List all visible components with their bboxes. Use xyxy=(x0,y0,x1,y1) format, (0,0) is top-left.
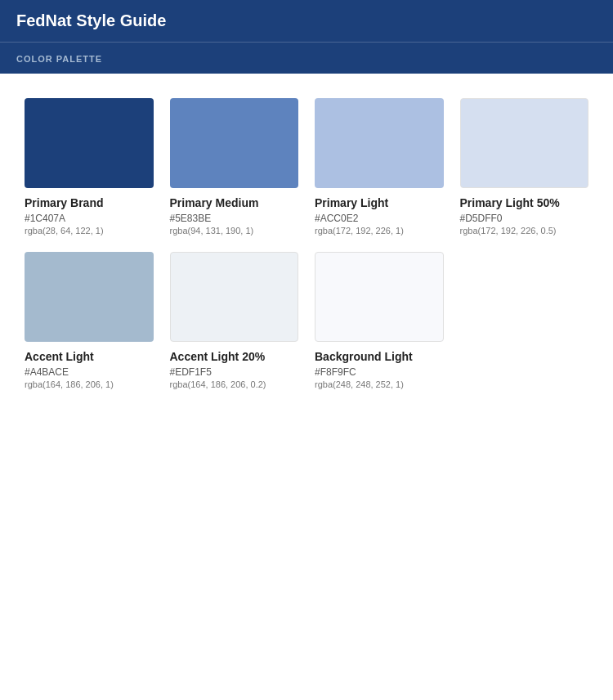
color-card: Accent Light#A4BACErgba(164, 186, 206, 1… xyxy=(16,244,162,397)
section-label: COLOR PALETTE xyxy=(16,54,102,64)
color-rgba: rgba(164, 186, 206, 1) xyxy=(25,379,154,389)
color-swatch xyxy=(25,98,154,188)
color-name: Primary Medium xyxy=(170,196,299,209)
color-swatch xyxy=(170,252,299,342)
color-card: Primary Medium#5E83BErgba(94, 131, 190, … xyxy=(162,90,307,244)
color-hex: #1C407A xyxy=(25,213,154,224)
color-name: Background Light xyxy=(315,350,444,363)
palette-grid: Primary Brand#1C407Argba(28, 64, 122, 1)… xyxy=(0,74,613,414)
color-hex: #A4BACE xyxy=(25,366,154,378)
color-card: Background Light#F8F9FCrgba(248, 248, 25… xyxy=(306,244,452,397)
color-rgba: rgba(172, 192, 226, 0.5) xyxy=(460,226,589,236)
color-card: Primary Light 50%#D5DFF0rgba(172, 192, 2… xyxy=(452,90,597,244)
color-name: Primary Brand xyxy=(25,196,154,209)
color-name: Primary Light xyxy=(315,196,444,209)
color-card: Primary Light#ACC0E2rgba(172, 192, 226, … xyxy=(306,90,452,244)
color-rgba: rgba(94, 131, 190, 1) xyxy=(170,226,299,236)
color-swatch xyxy=(170,98,299,188)
color-rgba: rgba(172, 192, 226, 1) xyxy=(315,226,444,236)
color-hex: #EDF1F5 xyxy=(170,366,299,378)
color-swatch xyxy=(315,252,444,342)
color-name: Primary Light 50% xyxy=(460,196,589,209)
color-rgba: rgba(28, 64, 122, 1) xyxy=(25,226,154,236)
color-name: Accent Light xyxy=(25,350,154,363)
color-rgba: rgba(248, 248, 252, 1) xyxy=(315,379,444,389)
color-swatch xyxy=(315,98,444,188)
color-swatch xyxy=(460,98,589,188)
section-bar: COLOR PALETTE xyxy=(0,42,613,74)
color-card: Accent Light 20%#EDF1F5rgba(164, 186, 20… xyxy=(162,244,307,397)
color-swatch xyxy=(25,252,154,342)
header: FedNat Style Guide xyxy=(0,0,613,42)
header-title: FedNat Style Guide xyxy=(16,11,166,29)
color-name: Accent Light 20% xyxy=(170,350,299,363)
color-card: Primary Brand#1C407Argba(28, 64, 122, 1) xyxy=(16,90,162,244)
color-hex: #F8F9FC xyxy=(315,366,444,378)
color-hex: #5E83BE xyxy=(170,213,299,224)
color-hex: #ACC0E2 xyxy=(315,213,444,224)
color-rgba: rgba(164, 186, 206, 0.2) xyxy=(170,379,299,389)
color-hex: #D5DFF0 xyxy=(460,213,589,224)
